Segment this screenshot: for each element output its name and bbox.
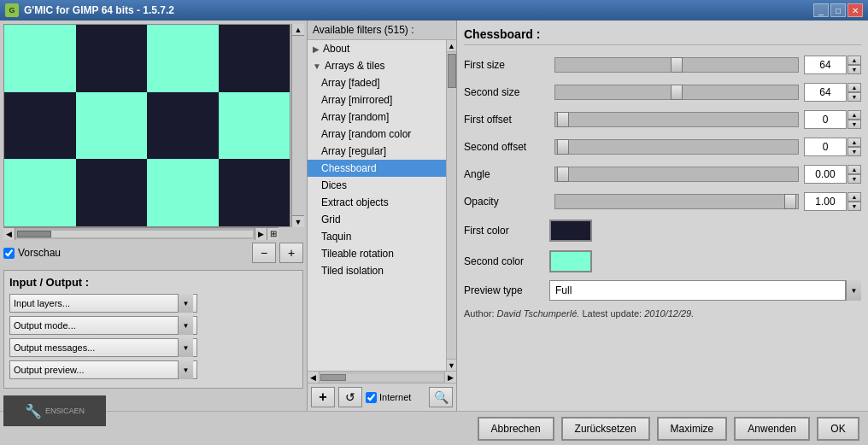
vorschau-checkbox-row[interactable]: Vorschau xyxy=(3,247,61,259)
first-offset-down[interactable]: ▼ xyxy=(847,120,861,129)
output-mode-arrow[interactable]: ▼ xyxy=(178,316,193,335)
second-size-down[interactable]: ▼ xyxy=(847,92,861,102)
second-color-swatch[interactable] xyxy=(549,250,592,272)
filter-header: Available filters (515) : xyxy=(308,20,456,40)
filter-item-tileable-rotation[interactable]: Tileable rotation xyxy=(308,245,446,262)
opacity-slider[interactable] xyxy=(554,194,799,209)
chessboard-preview xyxy=(4,25,290,226)
available-filters-label: Available filters (515) : xyxy=(313,24,414,36)
opacity-spinner[interactable]: ▲ ▼ xyxy=(847,192,861,211)
logo: 🔧 ENSICAEN xyxy=(3,395,106,426)
internet-checkbox-row[interactable]: Internet xyxy=(366,392,411,403)
first-size-slider[interactable] xyxy=(554,57,799,73)
filter-item-array-random-color[interactable]: Array [random color xyxy=(308,126,446,143)
filter-list-container: ▶ About ▼ Arrays & tiles Array [faded] A… xyxy=(308,40,456,371)
angle-spinner[interactable]: ▲ ▼ xyxy=(847,165,861,184)
first-size-value[interactable]: 64 xyxy=(804,56,847,74)
add-filter-button[interactable]: + xyxy=(311,387,335,407)
preview-type-select-container[interactable]: Full ▼ xyxy=(549,280,861,301)
second-offset-slider[interactable] xyxy=(554,139,799,155)
internet-checkbox[interactable] xyxy=(366,392,377,403)
filter-item-tiled-isolation[interactable]: Tiled isolation xyxy=(308,262,446,279)
first-color-swatch[interactable] xyxy=(549,220,592,242)
title-bar: G G'MIC for GIMP 64 bits - 1.5.7.2 _ □ ✕ xyxy=(0,0,868,20)
zurucksetzen-button[interactable]: Zurücksetzen xyxy=(561,417,650,441)
first-offset-up[interactable]: ▲ xyxy=(847,110,861,120)
output-preview-select[interactable]: Output preview... ▼ xyxy=(9,360,197,379)
first-size-label: First size xyxy=(464,59,549,71)
preview-vscrollbar[interactable]: ▲ ▼ xyxy=(291,24,303,227)
ok-button[interactable]: OK xyxy=(817,417,859,441)
filter-item-array-faded[interactable]: Array [faded] xyxy=(308,74,446,91)
second-offset-spinner[interactable]: ▲ ▼ xyxy=(847,138,861,156)
preview-area xyxy=(3,24,290,227)
opacity-value[interactable]: 1.00 xyxy=(804,192,847,211)
output-messages-select[interactable]: Output messages... ▼ xyxy=(9,338,197,357)
close-button[interactable]: ✕ xyxy=(847,3,863,17)
second-offset-up[interactable]: ▲ xyxy=(847,138,861,147)
filter-item-array-mirrored[interactable]: Array [mirrored] xyxy=(308,91,446,108)
second-offset-label: Second offset xyxy=(464,141,549,153)
preview-type-select[interactable]: Full xyxy=(549,280,846,301)
filter-hscrollbar[interactable]: ◀ ▶ xyxy=(308,371,456,383)
opacity-down[interactable]: ▼ xyxy=(847,202,861,211)
filter-item-array-random[interactable]: Array [random] xyxy=(308,108,446,126)
io-title: Input / Output : xyxy=(9,276,297,289)
second-size-value[interactable]: 64 xyxy=(804,83,847,102)
right-panel: Chessboard : First size 64 ▲ ▼ Second si… xyxy=(457,20,868,411)
search-button[interactable]: 🔍 xyxy=(429,387,453,407)
output-messages-row: Output messages... ▼ xyxy=(9,338,297,357)
second-color-row: Second color xyxy=(464,249,861,274)
abbrechen-button[interactable]: Abbrechen xyxy=(478,417,554,441)
first-color-row: First color xyxy=(464,218,861,243)
opacity-up[interactable]: ▲ xyxy=(847,192,861,202)
filter-bottom-controls: + ↺ Internet 🔍 xyxy=(308,383,456,411)
preview-type-label: Preview type xyxy=(464,284,549,296)
maximize-button[interactable]: Maximize xyxy=(657,417,728,441)
filter-item-extract-objects[interactable]: Extract objects xyxy=(308,194,446,211)
filter-content: ▶ About ▼ Arrays & tiles Array [faded] A… xyxy=(308,40,446,371)
second-size-spinner[interactable]: ▲ ▼ xyxy=(847,83,861,102)
second-size-up[interactable]: ▲ xyxy=(847,83,861,92)
input-layers-select[interactable]: Input layers... ▼ xyxy=(9,294,197,313)
angle-slider[interactable] xyxy=(554,167,799,182)
output-mode-select[interactable]: Output mode... ▼ xyxy=(9,316,197,335)
filter-item-chessboard[interactable]: Chessboard xyxy=(308,160,446,177)
output-preview-arrow[interactable]: ▼ xyxy=(178,360,193,379)
preview-controls: Vorschau − + xyxy=(3,243,303,263)
first-size-row: First size 64 ▲ ▼ xyxy=(464,54,861,76)
preview-type-arrow[interactable]: ▼ xyxy=(846,280,861,301)
filter-item-dices[interactable]: Dices xyxy=(308,177,446,194)
first-size-spinner[interactable]: ▲ ▼ xyxy=(847,56,861,74)
refresh-button[interactable]: ↺ xyxy=(338,387,362,407)
filter-vscrollbar[interactable]: ▲ ▼ xyxy=(446,40,456,371)
zoom-out-button[interactable]: − xyxy=(252,243,276,263)
first-offset-value[interactable]: 0 xyxy=(804,110,847,129)
first-offset-row: First offset 0 ▲ ▼ xyxy=(464,108,861,131)
angle-up[interactable]: ▲ xyxy=(847,165,861,174)
first-size-down[interactable]: ▼ xyxy=(847,65,861,74)
first-offset-slider[interactable] xyxy=(554,112,799,127)
second-offset-down[interactable]: ▼ xyxy=(847,147,861,156)
angle-down[interactable]: ▼ xyxy=(847,174,861,184)
about-group-header[interactable]: ▶ About xyxy=(308,40,446,57)
filter-item-taquin[interactable]: Taquin xyxy=(308,228,446,245)
second-size-slider[interactable] xyxy=(554,85,799,100)
vorschau-checkbox[interactable] xyxy=(3,248,15,259)
zoom-fit-btn[interactable]: ⊞ xyxy=(267,228,279,240)
filter-item-grid[interactable]: Grid xyxy=(308,211,446,228)
output-messages-arrow[interactable]: ▼ xyxy=(178,338,193,357)
arrays-expand-icon: ▼ xyxy=(313,61,321,71)
preview-hscrollbar[interactable]: ◀ ▶ ⊞ xyxy=(3,227,279,239)
zoom-in-button[interactable]: + xyxy=(279,243,303,263)
anwenden-button[interactable]: Anwenden xyxy=(734,417,810,441)
arrays-group-header[interactable]: ▼ Arrays & tiles xyxy=(308,57,446,74)
restore-button[interactable]: □ xyxy=(830,3,846,17)
filter-item-array-regular[interactable]: Array [regular] xyxy=(308,143,446,160)
second-offset-value[interactable]: 0 xyxy=(804,138,847,156)
minimize-button[interactable]: _ xyxy=(813,3,829,17)
first-size-up[interactable]: ▲ xyxy=(847,56,861,65)
input-layers-arrow[interactable]: ▼ xyxy=(178,294,193,313)
first-offset-spinner[interactable]: ▲ ▼ xyxy=(847,110,861,129)
angle-value[interactable]: 0.00 xyxy=(804,165,847,184)
